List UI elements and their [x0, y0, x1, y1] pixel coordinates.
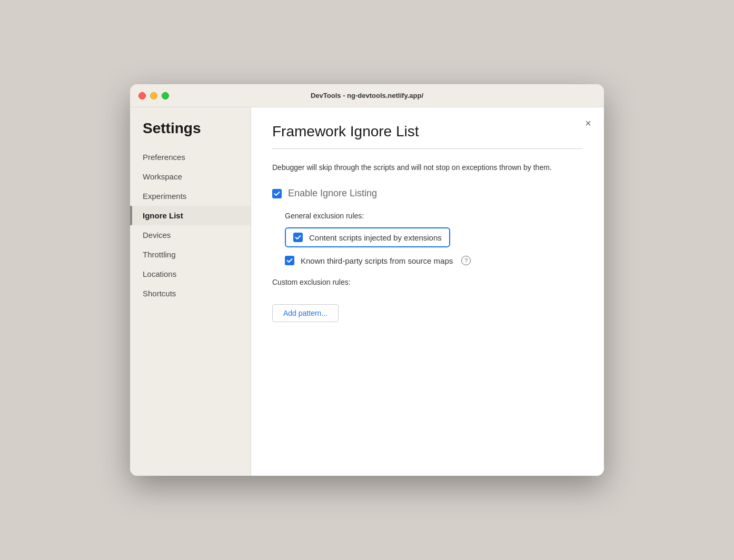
enable-ignore-listing-label[interactable]: Enable Ignore Listing	[288, 188, 377, 199]
sidebar-item-locations[interactable]: Locations	[130, 264, 251, 284]
sidebar-item-experiments[interactable]: Experiments	[130, 186, 251, 206]
close-traffic-light[interactable]	[138, 92, 146, 99]
checkmark-icon	[274, 191, 280, 197]
custom-exclusion-section: Custom exclusion rules: Add pattern...	[272, 278, 583, 322]
panel-description: Debugger will skip through the scripts a…	[272, 162, 583, 173]
rule1-checkmark-icon	[295, 234, 301, 241]
traffic-lights	[138, 92, 169, 99]
sidebar-item-shortcuts[interactable]: Shortcuts	[130, 284, 251, 303]
rule1-checkbox[interactable]	[293, 233, 303, 242]
enable-ignore-listing-checkbox[interactable]	[272, 189, 282, 198]
sidebar-heading: Settings	[130, 120, 251, 147]
rule2-row: Known third-party scripts from source ma…	[285, 256, 583, 265]
content-area: Settings Preferences Workspace Experimen…	[130, 107, 604, 476]
general-exclusion-label: General exclusion rules:	[285, 212, 583, 220]
main-panel: × Framework Ignore List Debugger will sk…	[251, 107, 604, 476]
general-exclusion-section: General exclusion rules: Content scripts…	[285, 212, 583, 265]
titlebar: DevTools - ng-devtools.netlify.app/	[130, 84, 604, 107]
sidebar-item-throttling[interactable]: Throttling	[130, 245, 251, 264]
custom-exclusion-label: Custom exclusion rules:	[272, 278, 583, 286]
help-icon[interactable]: ?	[461, 256, 471, 265]
rule2-checkbox[interactable]	[285, 256, 294, 265]
enable-ignore-listing-row: Enable Ignore Listing	[272, 188, 583, 199]
add-pattern-button[interactable]: Add pattern...	[272, 304, 339, 322]
close-button[interactable]: ×	[585, 118, 591, 128]
sidebar-item-ignore-list[interactable]: Ignore List	[130, 206, 251, 225]
sidebar-item-workspace[interactable]: Workspace	[130, 167, 251, 186]
sidebar-item-devices[interactable]: Devices	[130, 225, 251, 245]
rule1-highlighted-row[interactable]: Content scripts injected by extensions	[285, 227, 450, 247]
panel-divider	[272, 148, 583, 149]
minimize-traffic-light[interactable]	[150, 92, 157, 99]
rule2-label[interactable]: Known third-party scripts from source ma…	[301, 256, 453, 265]
window: DevTools - ng-devtools.netlify.app/ Sett…	[130, 84, 604, 476]
titlebar-title: DevTools - ng-devtools.netlify.app/	[311, 92, 423, 99]
rule2-checkmark-icon	[286, 257, 293, 264]
rule1-label[interactable]: Content scripts injected by extensions	[309, 233, 442, 242]
maximize-traffic-light[interactable]	[162, 92, 169, 99]
sidebar-item-preferences[interactable]: Preferences	[130, 147, 251, 167]
panel-title: Framework Ignore List	[272, 123, 583, 140]
sidebar: Settings Preferences Workspace Experimen…	[130, 107, 251, 476]
